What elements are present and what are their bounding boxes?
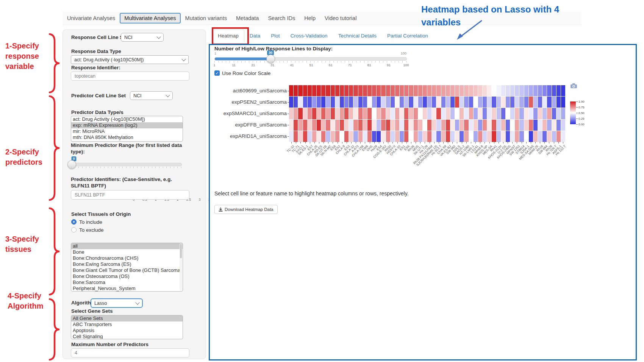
heatmap-cell xyxy=(294,131,298,142)
heatmap-row-label[interactable]: expDFFB_uniSarcoma xyxy=(211,122,287,128)
nav-item-multivariate-analyses[interactable]: Multivariate Analyses xyxy=(120,13,180,23)
gene-set-option[interactable]: ABC Transporters xyxy=(71,321,183,328)
tissue-option[interactable]: Bone:Ewing Sarcoma (ES) xyxy=(71,261,183,267)
tissue-option[interactable]: Bone:Osteosarcoma (OS) xyxy=(71,273,183,279)
heatmap-cell xyxy=(542,108,547,119)
tissue-option[interactable]: Peripheral_Nervous_System xyxy=(71,286,183,292)
chevron-down-icon xyxy=(166,93,170,97)
nav-item-video-tutorial[interactable]: Video tutorial xyxy=(320,13,361,23)
tissue-option[interactable]: all xyxy=(71,243,183,249)
gene-sets-listbox[interactable]: All Gene SetsABC TransportersApoptosisCe… xyxy=(71,315,183,339)
heatmap-cell xyxy=(519,97,524,108)
heatmap-cell xyxy=(400,120,404,131)
heatmap-cell xyxy=(478,131,482,142)
tissue-option[interactable]: Bone:Sarcoma xyxy=(71,279,183,286)
heatmap-cell xyxy=(487,131,491,142)
algorithm-select[interactable]: Lasso xyxy=(91,298,143,308)
heatmap-cell xyxy=(386,108,390,119)
heatmap-row-label[interactable]: expARID1A_uniSarcoma xyxy=(211,133,287,139)
step-brace-2 xyxy=(48,95,61,201)
column-tick xyxy=(522,142,522,144)
range-slider-ticks xyxy=(71,167,181,168)
step-annotation-line: 1-Specify xyxy=(5,41,39,51)
row-color-scale-checkbox[interactable]: ✓ xyxy=(214,70,220,76)
heatmap-cell xyxy=(289,120,293,131)
heatmap-grid[interactable] xyxy=(289,85,565,142)
heatmap-cell xyxy=(460,108,464,119)
predictor-data-types-listbox[interactable]: act: Drug Activity (-log10[IC50M])exp: m… xyxy=(71,116,183,142)
predictor-identifiers-input[interactable]: SLFN11 BPTF xyxy=(71,190,189,200)
tissue-include-radio[interactable] xyxy=(71,219,77,225)
tissue-listbox[interactable]: allBoneBone:Chondrosarcoma (CHS)Bone:Ewi… xyxy=(71,243,183,292)
response-cell-line-set-select[interactable]: NCI xyxy=(121,33,164,42)
heatmap-cell xyxy=(460,131,464,142)
step-annotation-4: 4-SpecifyAlgorithm xyxy=(8,291,43,311)
heatmap-cell xyxy=(335,97,339,108)
heatmap-cell xyxy=(386,120,390,131)
tab-cross-validation[interactable]: Cross-Validation xyxy=(285,30,333,42)
nav-item-univariate-analyses[interactable]: Univariate Analyses xyxy=(63,13,120,23)
column-tick xyxy=(535,142,536,144)
heatmap-cell xyxy=(515,131,519,142)
heatmap-cell xyxy=(538,85,542,96)
predictor-cell-line-set-select[interactable]: NCI xyxy=(130,91,173,100)
heatmap-cell xyxy=(506,108,510,119)
heatmap-cell xyxy=(367,131,372,142)
callout-arrow-icon xyxy=(452,18,486,42)
heatmap-row-label[interactable]: act609699_uniSarcoma xyxy=(211,88,287,94)
tissue-option[interactable]: Bone:Chondrosarcoma (CHS) xyxy=(71,255,183,261)
camera-icon[interactable] xyxy=(570,83,577,89)
predictor-data-type-option[interactable]: mir: MicroRNA xyxy=(71,128,183,134)
min-range-slider-track[interactable] xyxy=(71,163,182,166)
heatmap-cell xyxy=(321,108,325,119)
tissue-option[interactable]: Bone xyxy=(71,249,183,255)
predictor-data-type-option[interactable]: exp: mRNA Expression (log2) xyxy=(71,122,183,128)
download-heatmap-button[interactable]: Download Heatmap Data xyxy=(214,205,278,214)
gene-set-option[interactable]: Apoptosis xyxy=(71,328,183,334)
max-predictors-input[interactable]: 4 xyxy=(71,348,189,357)
tab-plot[interactable]: Plot xyxy=(266,30,285,42)
tab-partial-correlation[interactable]: Partial Correlation xyxy=(382,30,433,42)
chevron-down-icon xyxy=(181,57,186,61)
heatmap-cell xyxy=(353,85,358,96)
column-tick xyxy=(489,142,490,144)
heatmap-row-label[interactable]: expSMARCD1_uniSarcoma xyxy=(211,111,287,116)
heatmap-cell xyxy=(487,120,491,131)
tab-technical-details[interactable]: Technical Details xyxy=(333,30,382,42)
predictor-data-type-option[interactable]: act: Drug Activity (-log10[IC50M]) xyxy=(71,116,183,122)
heatmap-cell xyxy=(377,85,381,96)
heatmap-cell xyxy=(414,97,418,108)
heatmap-cell xyxy=(372,108,376,119)
heatmap-cell xyxy=(358,97,363,108)
nav-item-metadata[interactable]: Metadata xyxy=(231,13,263,23)
scrollbar-thumb[interactable] xyxy=(180,244,182,258)
nav-item-search-ids[interactable]: Search IDs xyxy=(263,13,300,23)
heatmap-cell xyxy=(409,108,413,119)
heatmap-cell xyxy=(298,85,302,96)
column-tick xyxy=(305,142,306,144)
heatmap-row-label[interactable]: expPSEN2_uniSarcoma xyxy=(211,99,287,105)
heatmap-cell xyxy=(391,120,395,131)
tissue-option[interactable]: Bone:Giant Cell Tumor of Bone (GCTB) Sar… xyxy=(71,267,183,273)
heatmap-cell xyxy=(335,108,339,119)
heatmap-cell xyxy=(321,120,325,131)
predictor-data-type-option[interactable]: mth: DNA 850K Methylation xyxy=(71,134,183,140)
heatmap-cell xyxy=(289,97,293,108)
gene-set-option[interactable]: Cell Signaling xyxy=(71,334,183,339)
heatmap-cell xyxy=(391,97,395,108)
predictor-identifiers-value: SLFN11 BPTF xyxy=(75,192,105,198)
response-data-type-select[interactable]: act: Drug Activity (-log10[IC50M]) xyxy=(71,55,189,64)
heatmap-cell xyxy=(340,131,344,142)
heatmap-cell xyxy=(519,131,524,142)
nav-item-mutation-variants[interactable]: Mutation variants xyxy=(181,13,231,23)
nav-item-help[interactable]: Help xyxy=(300,13,320,23)
heatmap-cell xyxy=(317,85,321,96)
response-identifier-input[interactable]: topotecan xyxy=(71,72,189,81)
scrollbar-track[interactable] xyxy=(180,243,182,291)
response-data-type-label: Response Data Type xyxy=(71,48,121,54)
gene-set-option[interactable]: All Gene Sets xyxy=(71,315,183,321)
heatmap-cell xyxy=(303,120,307,131)
tissue-exclude-radio[interactable] xyxy=(71,227,77,232)
heatmap-cell xyxy=(404,131,408,142)
heatmap-cell xyxy=(294,120,298,131)
